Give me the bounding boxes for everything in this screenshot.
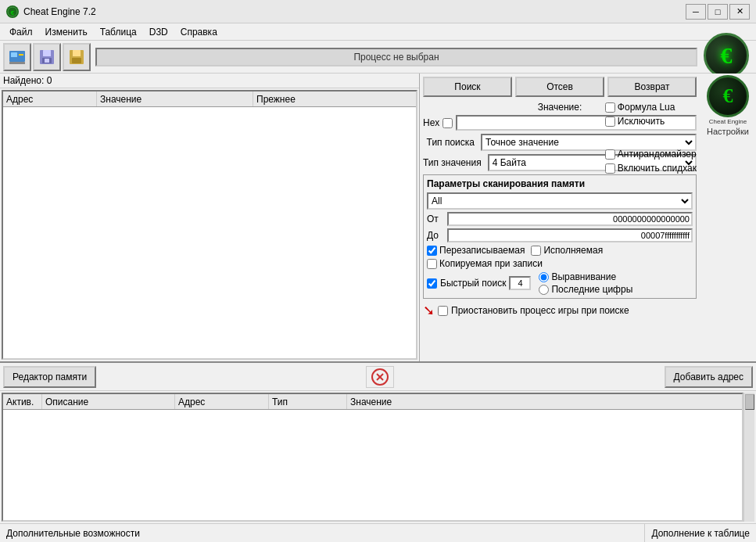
app-title: Cheat Engine 7.2 [23, 6, 96, 17]
lua-label: Формула Lua [618, 102, 675, 113]
copy-row: Копируемая при записи [427, 258, 693, 269]
fast-scan-checkbox[interactable] [427, 278, 437, 289]
writable-label: Перезаписываемая [439, 245, 525, 256]
cheat-table: Актив. Описание Адрес Тип Значение [2, 393, 743, 522]
fast-scan-input[interactable] [509, 276, 531, 290]
menu-table[interactable]: Таблица [94, 25, 143, 39]
cheat-table-body [3, 410, 742, 520]
menu-bar: Файл Изменить Таблица D3D Справка [0, 23, 756, 41]
svg-rect-5 [9, 62, 25, 64]
align-label: Выравнивание [551, 271, 616, 282]
found-count: Найдено: 0 [0, 74, 419, 88]
title-bar-left: € Cheat Engine 7.2 [6, 5, 96, 18]
hex-checkbox[interactable] [442, 118, 453, 128]
suspend-label: Приостановить процесс игры при поиске [451, 305, 629, 316]
executable-wrap: Исполняемая [531, 245, 603, 256]
bottom-toolbar: Редактор памяти Добавить адрес [0, 363, 756, 391]
menu-help[interactable]: Справка [174, 25, 224, 39]
memory-editor-button[interactable]: Редактор памяти [3, 366, 96, 388]
return-button[interactable]: Возврат [607, 77, 697, 97]
add-address-button[interactable]: Добавить адрес [665, 366, 753, 388]
app-icon: € [6, 5, 19, 18]
value-type-label: Тип значения [423, 157, 485, 168]
filter-button[interactable]: Отсев [515, 77, 604, 97]
speedhack-row: Включить спидхак [605, 163, 697, 174]
exclude-row: Исключить [605, 116, 697, 127]
col-header-address: Адрес [3, 92, 97, 106]
menu-file[interactable]: Файл [3, 25, 39, 39]
exclude-checkbox[interactable] [605, 117, 615, 127]
speedhack-label: Включить спидхак [618, 163, 697, 174]
fast-scan-label: Быстрый поиск [440, 278, 506, 289]
memory-scan-title: Параметры сканирования памяти [427, 178, 693, 189]
right-checkboxes: Формула Lua Исключить Антирандомайзер Вк… [605, 102, 697, 174]
minimize-button[interactable]: ─ [686, 4, 706, 20]
title-bar: € Cheat Engine 7.2 ─ □ ✕ [0, 0, 756, 23]
executable-label: Исполняемая [543, 245, 603, 256]
suspend-checkbox[interactable] [438, 306, 448, 316]
scan-results-table: Адрес Значение Прежнее [2, 90, 417, 360]
settings-label[interactable]: Настройки [707, 127, 749, 136]
load-button[interactable] [63, 43, 91, 71]
right-logo-sublabel: Cheat Engine [709, 118, 747, 125]
col-value: Значение [347, 394, 742, 409]
status-left[interactable]: Дополнительные возможности [0, 524, 645, 542]
right-logo-letter: € [723, 84, 733, 108]
copy-label: Копируемая при записи [439, 258, 543, 269]
svg-rect-9 [45, 59, 49, 63]
hex-label: Hex [423, 117, 439, 128]
align-radio[interactable] [539, 272, 549, 282]
memory-region-select[interactable]: All [427, 192, 693, 210]
from-row: От [427, 212, 693, 226]
speedhack-checkbox[interactable] [605, 163, 615, 174]
col-header-value: Значение [97, 92, 253, 106]
anti-random-checkbox[interactable] [605, 149, 615, 160]
last-digits-row: Последние цифры [539, 284, 632, 295]
to-input[interactable] [447, 228, 693, 242]
writable-wrap: Перезаписываемая [427, 245, 525, 256]
arrow-indicator: ➘ [423, 302, 435, 319]
from-label: От [427, 214, 444, 224]
scan-type-label: Тип поиска [423, 137, 478, 148]
lua-row: Формула Lua [605, 102, 697, 113]
menu-d3d[interactable]: D3D [143, 25, 174, 39]
scrollbar-thumb [745, 394, 754, 410]
lua-checkbox[interactable] [605, 102, 615, 113]
main-area: Найдено: 0 Адрес Значение Прежнее € [0, 74, 756, 523]
open-process-button[interactable] [3, 43, 31, 71]
copy-checkbox[interactable] [427, 259, 437, 269]
fast-scan-row: Быстрый поиск Выравнивание Последние циф… [427, 271, 693, 295]
cheat-table-wrap: Актив. Описание Адрес Тип Значение [2, 393, 754, 522]
process-bar[interactable]: Процесс не выбран [95, 48, 697, 66]
title-bar-controls: ─ □ ✕ [686, 4, 750, 20]
status-bar: Дополнительные возможности Дополнение к … [0, 523, 756, 542]
svg-rect-11 [73, 50, 81, 56]
col-address: Адрес [175, 394, 269, 409]
logo-circle: € [704, 33, 749, 78]
exclude-label: Исключить [618, 116, 665, 127]
status-right[interactable]: Дополнение к таблице [645, 524, 756, 542]
suspend-row: ➘ Приостановить процесс игры при поиске [423, 302, 697, 319]
search-button[interactable]: Поиск [423, 77, 512, 97]
all-dropdown-wrap: All [427, 192, 693, 210]
writable-checkbox[interactable] [427, 246, 437, 256]
scrollbar[interactable] [743, 393, 754, 522]
anti-random-label: Антирандомайзер [618, 149, 697, 160]
anti-random-row: Антирандомайзер [605, 149, 697, 160]
executable-checkbox[interactable] [531, 246, 541, 256]
save-button[interactable] [33, 43, 61, 71]
svg-rect-4 [19, 54, 23, 56]
bottom-section: Редактор памяти Добавить адрес Актив. Оп… [0, 363, 756, 523]
svg-rect-12 [72, 58, 81, 63]
right-logo-circle: € [707, 75, 749, 117]
cancel-center [96, 366, 665, 388]
last-digits-radio[interactable] [539, 285, 549, 295]
svg-text:€: € [11, 9, 15, 16]
close-button[interactable]: ✕ [729, 4, 750, 20]
right-panel: € Cheat Engine Настройки Поиск Отсев Воз… [420, 74, 756, 361]
last-digits-label: Последние цифры [551, 284, 632, 295]
from-input[interactable] [447, 212, 693, 226]
cancel-button[interactable] [366, 366, 394, 388]
maximize-button[interactable]: □ [708, 4, 728, 20]
menu-edit[interactable]: Изменить [39, 25, 94, 39]
